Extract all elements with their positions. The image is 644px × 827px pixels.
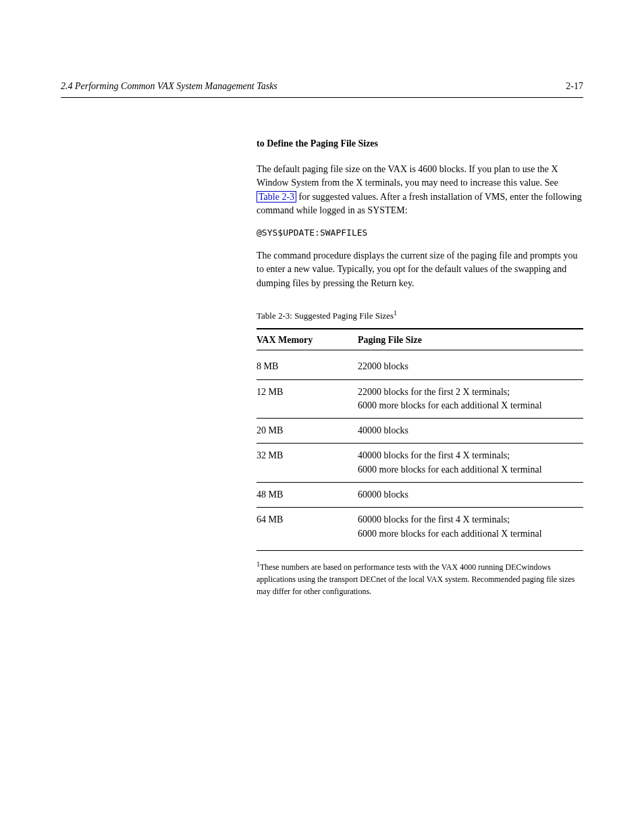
content-column: to Define the Paging File Sizes The defa…: [257, 138, 583, 597]
left-margin: [61, 138, 257, 597]
table-reference-link[interactable]: Table 2-3: [257, 191, 296, 203]
section-number: 2.4 Performing Common VAX System Managem…: [61, 81, 277, 92]
table-row: 12 MB 22000 blocks for the first 2 X ter…: [257, 380, 583, 419]
table-footnote: 1These numbers are based on performance …: [257, 559, 583, 597]
table-cell-size: 22000 blocks: [358, 360, 583, 373]
table-cell-memory: 20 MB: [257, 424, 358, 437]
footnote-text: These numbers are based on performance t…: [257, 562, 574, 596]
table-cell-size: 40000 blocks: [358, 424, 583, 437]
table-cell-memory: 64 MB: [257, 513, 358, 541]
page-header: 2.4 Performing Common VAX System Managem…: [61, 81, 583, 98]
par1-before: The default paging file size on the VAX …: [257, 164, 558, 188]
table-cell-memory: 8 MB: [257, 360, 358, 373]
table-header-row: VAX Memory Paging File Size: [257, 335, 583, 350]
table-cell-size: 40000 blocks for the first 4 X terminals…: [358, 449, 583, 477]
main-content: to Define the Paging File Sizes The defa…: [61, 138, 583, 597]
table-caption: Table 2-3: Suggested Paging File Sizes1: [257, 309, 583, 321]
subsection-title: to Define the Paging File Sizes: [257, 138, 583, 149]
paragraph-2: The command procedure displays the curre…: [257, 249, 583, 290]
table-header-size: Paging File Size: [358, 335, 583, 346]
table-row: 32 MB 40000 blocks for the first 4 X ter…: [257, 444, 583, 483]
table-row: 20 MB 40000 blocks: [257, 419, 583, 444]
table-row: 64 MB 60000 blocks for the first 4 X ter…: [257, 508, 583, 546]
command-line: @SYS$UPDATE:SWAPFILES: [257, 227, 583, 240]
table-cell-memory: 12 MB: [257, 385, 358, 413]
paging-file-table: VAX Memory Paging File Size 8 MB 22000 b…: [257, 328, 583, 551]
table-cell-memory: 32 MB: [257, 449, 358, 477]
paragraph-1: The default paging file size on the VAX …: [257, 163, 583, 217]
table-row: 8 MB 22000 blocks: [257, 354, 583, 379]
table-cell-size: 60000 blocks: [358, 488, 583, 502]
page-number: 2-17: [566, 81, 583, 92]
table-row: 48 MB 60000 blocks: [257, 483, 583, 508]
table-header-memory: VAX Memory: [257, 335, 358, 346]
table-cell-size: 60000 blocks for the first 4 X terminals…: [358, 513, 583, 541]
table-cell-memory: 48 MB: [257, 488, 358, 502]
par1-after: for suggested values. After a fresh inst…: [257, 192, 582, 215]
table-cell-size: 22000 blocks for the first 2 X terminals…: [358, 385, 583, 413]
